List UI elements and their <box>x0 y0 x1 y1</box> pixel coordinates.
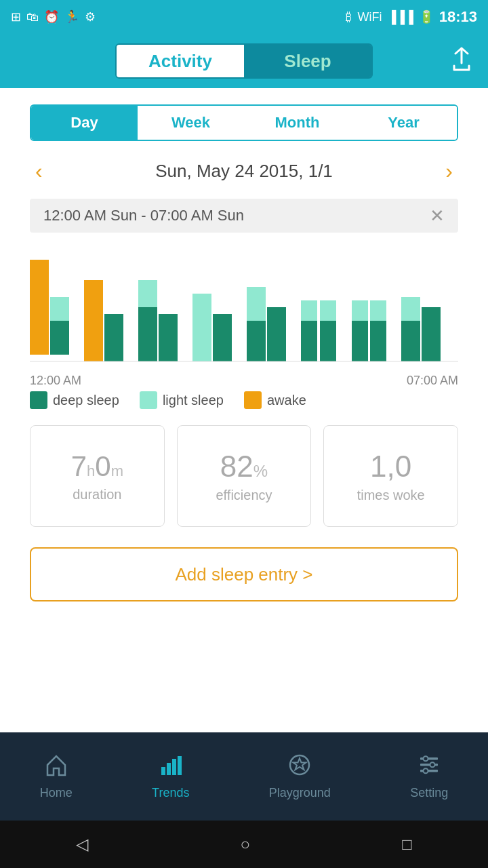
prev-date-button[interactable]: ‹ <box>27 156 51 186</box>
chart-legend: deep sleep light sleep awake <box>30 391 458 409</box>
svg-rect-12 <box>267 307 286 361</box>
deep-sleep-label: deep sleep <box>53 393 119 408</box>
close-time-range-button[interactable]: ✕ <box>430 205 445 226</box>
svg-rect-14 <box>301 321 317 361</box>
svg-rect-0 <box>30 260 49 355</box>
tab-year[interactable]: Year <box>350 106 457 140</box>
tab-week[interactable]: Week <box>138 106 244 140</box>
svg-rect-11 <box>247 321 266 361</box>
svg-point-36 <box>424 768 428 773</box>
stat-duration: 7h0m duration <box>30 425 165 527</box>
svg-rect-21 <box>401 297 420 321</box>
status-left-icons: ⊞ 🛍 ⏰ 🏃 ⚙ <box>11 9 96 24</box>
bluetooth-icon: ₿ <box>346 10 352 24</box>
light-sleep-label: light sleep <box>163 393 224 408</box>
svg-rect-25 <box>161 767 165 775</box>
svg-rect-16 <box>320 321 336 361</box>
tab-switcher[interactable]: Activity Sleep <box>115 43 373 79</box>
svg-rect-9 <box>213 314 232 361</box>
bottom-nav: Home Trends Playground <box>0 732 488 821</box>
home-button[interactable]: ○ <box>240 835 250 854</box>
svg-rect-13 <box>301 300 317 321</box>
chart-end-label: 07:00 AM <box>407 374 458 388</box>
svg-point-35 <box>430 762 435 767</box>
current-date: Sun, May 24 2015, 1/1 <box>155 161 333 182</box>
stat-efficiency-label: efficiency <box>216 488 272 503</box>
nav-trends[interactable]: Trends <box>152 753 189 800</box>
status-right-icons: ₿ WiFi ▐▐▐ 🔋 18:13 <box>346 8 477 26</box>
runner-icon: 🏃 <box>64 9 79 24</box>
svg-rect-5 <box>138 307 157 361</box>
svg-rect-3 <box>84 280 103 361</box>
time-range-text: 12:00 AM Sun - 07:00 AM Sun <box>43 207 244 224</box>
stat-efficiency: 82% efficiency <box>177 425 312 527</box>
tab-day[interactable]: Day <box>31 106 138 140</box>
time-range-bar: 12:00 AM Sun - 07:00 AM Sun ✕ <box>30 199 458 233</box>
svg-rect-26 <box>167 763 171 775</box>
svg-rect-15 <box>320 300 336 321</box>
svg-rect-22 <box>401 321 420 361</box>
legend-awake: awake <box>244 391 306 409</box>
nav-setting-label: Setting <box>410 786 448 800</box>
svg-rect-19 <box>370 300 386 321</box>
awake-color <box>244 391 262 409</box>
chart-svg <box>30 246 458 368</box>
svg-rect-18 <box>352 321 368 361</box>
clock-icon: ⏰ <box>44 9 59 24</box>
system-bar: ◁ ○ □ <box>0 821 488 868</box>
playground-icon <box>288 753 311 782</box>
status-time: 18:13 <box>439 8 477 26</box>
legend-deep-sleep: deep sleep <box>30 391 119 409</box>
wifi-icon: WiFi <box>357 10 382 24</box>
svg-rect-20 <box>370 321 386 361</box>
add-sleep-entry-button[interactable]: Add sleep entry > <box>30 547 458 601</box>
svg-rect-28 <box>178 756 182 775</box>
stat-duration-label: duration <box>73 487 121 502</box>
svg-rect-6 <box>138 280 157 307</box>
bag-icon: 🛍 <box>26 10 39 24</box>
svg-rect-10 <box>247 287 266 321</box>
svg-point-34 <box>424 756 428 761</box>
svg-rect-8 <box>192 294 211 361</box>
recents-button[interactable]: □ <box>402 835 412 854</box>
home-icon <box>45 753 68 782</box>
gallery-icon: ⊞ <box>11 9 21 24</box>
stat-times-woke: 1,0 times woke <box>323 425 458 527</box>
sleep-chart: 12:00 AM 07:00 AM <box>30 246 458 382</box>
svg-rect-4 <box>104 314 123 361</box>
share-button[interactable] <box>451 47 472 76</box>
deep-sleep-color <box>30 391 47 409</box>
svg-rect-17 <box>352 300 368 321</box>
status-bar: ⊞ 🛍 ⏰ 🏃 ⚙ ₿ WiFi ▐▐▐ 🔋 18:13 <box>0 0 488 34</box>
period-tabs[interactable]: Day Week Month Year <box>30 104 458 141</box>
header: Activity Sleep <box>0 34 488 88</box>
back-button[interactable]: ◁ <box>76 835 88 854</box>
content: Day Week Month Year ‹ Sun, May 24 2015, … <box>0 104 488 601</box>
nav-home[interactable]: Home <box>40 753 73 800</box>
svg-rect-2 <box>50 297 69 321</box>
settings-icon: ⚙ <box>85 9 96 24</box>
next-date-button[interactable]: › <box>437 156 461 186</box>
nav-trends-label: Trends <box>152 786 189 800</box>
tab-month[interactable]: Month <box>244 106 350 140</box>
svg-rect-1 <box>50 321 69 355</box>
chart-axis-labels: 12:00 AM 07:00 AM <box>30 374 458 388</box>
setting-icon <box>418 753 441 782</box>
add-sleep-label: Add sleep entry > <box>175 564 312 585</box>
tab-sleep[interactable]: Sleep <box>244 45 371 77</box>
nav-playground-label: Playground <box>269 786 331 800</box>
nav-setting[interactable]: Setting <box>410 753 448 800</box>
stat-efficiency-value: 82% <box>220 450 268 483</box>
svg-rect-23 <box>422 307 441 361</box>
svg-marker-30 <box>293 758 306 770</box>
nav-home-label: Home <box>40 786 73 800</box>
battery-icon: 🔋 <box>419 9 434 24</box>
tab-activity[interactable]: Activity <box>117 45 244 77</box>
svg-rect-7 <box>159 314 178 361</box>
stats-row: 7h0m duration 82% efficiency 1,0 times w… <box>30 425 458 527</box>
legend-light-sleep: light sleep <box>140 391 224 409</box>
nav-playground[interactable]: Playground <box>269 753 331 800</box>
trends-icon <box>159 753 182 782</box>
signal-icon: ▐▐▐ <box>387 10 413 24</box>
stat-times-woke-value: 1,0 <box>370 450 411 483</box>
